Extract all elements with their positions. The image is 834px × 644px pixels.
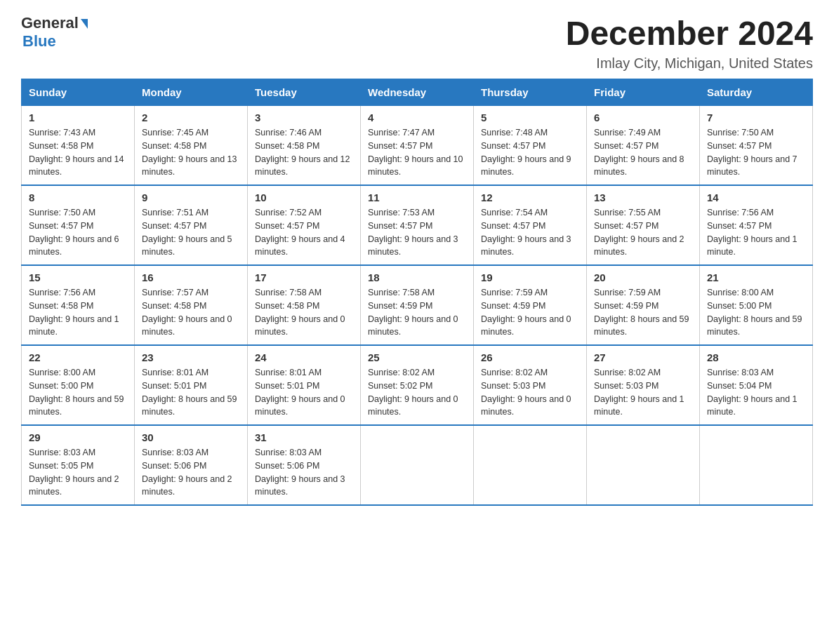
day-info: Sunrise: 8:03 AMSunset: 5:06 PMDaylight:… <box>255 446 353 499</box>
empty-cell <box>361 425 474 505</box>
day-info: Sunrise: 7:43 AMSunset: 4:58 PMDaylight:… <box>29 126 127 179</box>
calendar-day-18: 18Sunrise: 7:58 AMSunset: 4:59 PMDayligh… <box>361 265 474 345</box>
calendar-day-26: 26Sunrise: 8:02 AMSunset: 5:03 PMDayligh… <box>474 345 587 425</box>
col-header-monday: Monday <box>135 79 248 106</box>
calendar-day-27: 27Sunrise: 8:02 AMSunset: 5:03 PMDayligh… <box>587 345 700 425</box>
col-header-saturday: Saturday <box>700 79 813 106</box>
day-info: Sunrise: 7:55 AMSunset: 4:57 PMDaylight:… <box>594 206 692 259</box>
day-number: 30 <box>142 431 240 443</box>
day-info: Sunrise: 7:47 AMSunset: 4:57 PMDaylight:… <box>368 126 466 179</box>
day-number: 25 <box>368 351 466 363</box>
day-info: Sunrise: 8:00 AMSunset: 5:00 PMDaylight:… <box>707 286 805 339</box>
calendar-week-1: 1Sunrise: 7:43 AMSunset: 4:58 PMDaylight… <box>22 106 813 186</box>
day-info: Sunrise: 8:00 AMSunset: 5:00 PMDaylight:… <box>29 366 127 419</box>
col-header-tuesday: Tuesday <box>248 79 361 106</box>
empty-cell <box>474 425 587 505</box>
calendar-day-25: 25Sunrise: 8:02 AMSunset: 5:02 PMDayligh… <box>361 345 474 425</box>
calendar-subtitle: Imlay City, Michigan, United States <box>566 55 813 72</box>
calendar-day-12: 12Sunrise: 7:54 AMSunset: 4:57 PMDayligh… <box>474 185 587 265</box>
calendar-day-7: 7Sunrise: 7:50 AMSunset: 4:57 PMDaylight… <box>700 106 813 186</box>
logo: General Blue <box>21 14 88 51</box>
day-info: Sunrise: 8:02 AMSunset: 5:02 PMDaylight:… <box>368 366 466 419</box>
day-info: Sunrise: 7:50 AMSunset: 4:57 PMDaylight:… <box>29 206 127 259</box>
calendar-day-5: 5Sunrise: 7:48 AMSunset: 4:57 PMDaylight… <box>474 106 587 186</box>
day-info: Sunrise: 7:53 AMSunset: 4:57 PMDaylight:… <box>368 206 466 259</box>
calendar-week-3: 15Sunrise: 7:56 AMSunset: 4:58 PMDayligh… <box>22 265 813 345</box>
calendar-week-2: 8Sunrise: 7:50 AMSunset: 4:57 PMDaylight… <box>22 185 813 265</box>
day-info: Sunrise: 8:01 AMSunset: 5:01 PMDaylight:… <box>255 366 353 419</box>
calendar-day-6: 6Sunrise: 7:49 AMSunset: 4:57 PMDaylight… <box>587 106 700 186</box>
calendar-day-4: 4Sunrise: 7:47 AMSunset: 4:57 PMDaylight… <box>361 106 474 186</box>
day-number: 24 <box>255 351 353 363</box>
day-info: Sunrise: 7:56 AMSunset: 4:57 PMDaylight:… <box>707 206 805 259</box>
day-number: 26 <box>481 351 579 363</box>
calendar-week-4: 22Sunrise: 8:00 AMSunset: 5:00 PMDayligh… <box>22 345 813 425</box>
day-info: Sunrise: 8:03 AMSunset: 5:04 PMDaylight:… <box>707 366 805 419</box>
calendar-day-3: 3Sunrise: 7:46 AMSunset: 4:58 PMDaylight… <box>248 106 361 186</box>
day-number: 20 <box>594 271 692 283</box>
calendar-day-14: 14Sunrise: 7:56 AMSunset: 4:57 PMDayligh… <box>700 185 813 265</box>
day-number: 7 <box>707 112 805 123</box>
day-info: Sunrise: 8:02 AMSunset: 5:03 PMDaylight:… <box>481 366 579 419</box>
col-header-thursday: Thursday <box>474 79 587 106</box>
day-info: Sunrise: 7:56 AMSunset: 4:58 PMDaylight:… <box>29 286 127 339</box>
day-number: 8 <box>29 192 127 203</box>
day-info: Sunrise: 7:48 AMSunset: 4:57 PMDaylight:… <box>481 126 579 179</box>
calendar-day-9: 9Sunrise: 7:51 AMSunset: 4:57 PMDaylight… <box>135 185 248 265</box>
day-number: 13 <box>594 192 692 203</box>
day-info: Sunrise: 7:58 AMSunset: 4:59 PMDaylight:… <box>368 286 466 339</box>
day-number: 19 <box>481 271 579 283</box>
day-number: 6 <box>594 112 692 123</box>
day-number: 31 <box>255 431 353 443</box>
calendar-day-28: 28Sunrise: 8:03 AMSunset: 5:04 PMDayligh… <box>700 345 813 425</box>
day-number: 5 <box>481 112 579 123</box>
calendar-day-2: 2Sunrise: 7:45 AMSunset: 4:58 PMDaylight… <box>135 106 248 186</box>
calendar-day-21: 21Sunrise: 8:00 AMSunset: 5:00 PMDayligh… <box>700 265 813 345</box>
calendar-table: SundayMondayTuesdayWednesdayThursdayFrid… <box>21 79 813 506</box>
calendar-day-16: 16Sunrise: 7:57 AMSunset: 4:58 PMDayligh… <box>135 265 248 345</box>
calendar-day-19: 19Sunrise: 7:59 AMSunset: 4:59 PMDayligh… <box>474 265 587 345</box>
day-number: 14 <box>707 192 805 203</box>
day-info: Sunrise: 7:51 AMSunset: 4:57 PMDaylight:… <box>142 206 240 259</box>
day-number: 23 <box>142 351 240 363</box>
day-info: Sunrise: 7:50 AMSunset: 4:57 PMDaylight:… <box>707 126 805 179</box>
day-info: Sunrise: 8:02 AMSunset: 5:03 PMDaylight:… <box>594 366 692 419</box>
day-number: 27 <box>594 351 692 363</box>
day-number: 1 <box>29 112 127 123</box>
calendar-day-31: 31Sunrise: 8:03 AMSunset: 5:06 PMDayligh… <box>248 425 361 505</box>
col-header-wednesday: Wednesday <box>361 79 474 106</box>
day-number: 12 <box>481 192 579 203</box>
day-number: 17 <box>255 271 353 283</box>
calendar-day-22: 22Sunrise: 8:00 AMSunset: 5:00 PMDayligh… <box>22 345 135 425</box>
calendar-day-15: 15Sunrise: 7:56 AMSunset: 4:58 PMDayligh… <box>22 265 135 345</box>
calendar-day-17: 17Sunrise: 7:58 AMSunset: 4:58 PMDayligh… <box>248 265 361 345</box>
logo-triangle-icon <box>81 19 88 29</box>
day-info: Sunrise: 8:03 AMSunset: 5:05 PMDaylight:… <box>29 446 127 499</box>
calendar-day-10: 10Sunrise: 7:52 AMSunset: 4:57 PMDayligh… <box>248 185 361 265</box>
calendar-week-5: 29Sunrise: 8:03 AMSunset: 5:05 PMDayligh… <box>22 425 813 505</box>
empty-cell <box>587 425 700 505</box>
day-info: Sunrise: 7:58 AMSunset: 4:58 PMDaylight:… <box>255 286 353 339</box>
day-number: 28 <box>707 351 805 363</box>
day-info: Sunrise: 8:03 AMSunset: 5:06 PMDaylight:… <box>142 446 240 499</box>
calendar-day-8: 8Sunrise: 7:50 AMSunset: 4:57 PMDaylight… <box>22 185 135 265</box>
calendar-day-13: 13Sunrise: 7:55 AMSunset: 4:57 PMDayligh… <box>587 185 700 265</box>
day-number: 11 <box>368 192 466 203</box>
day-info: Sunrise: 7:54 AMSunset: 4:57 PMDaylight:… <box>481 206 579 259</box>
page-header: General Blue December 2024 Imlay City, M… <box>21 14 813 72</box>
day-number: 29 <box>29 431 127 443</box>
day-info: Sunrise: 7:45 AMSunset: 4:58 PMDaylight:… <box>142 126 240 179</box>
day-number: 15 <box>29 271 127 283</box>
day-info: Sunrise: 7:57 AMSunset: 4:58 PMDaylight:… <box>142 286 240 339</box>
day-info: Sunrise: 8:01 AMSunset: 5:01 PMDaylight:… <box>142 366 240 419</box>
calendar-day-20: 20Sunrise: 7:59 AMSunset: 4:59 PMDayligh… <box>587 265 700 345</box>
day-info: Sunrise: 7:59 AMSunset: 4:59 PMDaylight:… <box>594 286 692 339</box>
calendar-day-24: 24Sunrise: 8:01 AMSunset: 5:01 PMDayligh… <box>248 345 361 425</box>
col-header-sunday: Sunday <box>22 79 135 106</box>
day-number: 22 <box>29 351 127 363</box>
logo-general-text: General <box>21 14 79 32</box>
calendar-title: December 2024 <box>566 14 813 53</box>
day-number: 9 <box>142 192 240 203</box>
calendar-day-11: 11Sunrise: 7:53 AMSunset: 4:57 PMDayligh… <box>361 185 474 265</box>
day-number: 16 <box>142 271 240 283</box>
